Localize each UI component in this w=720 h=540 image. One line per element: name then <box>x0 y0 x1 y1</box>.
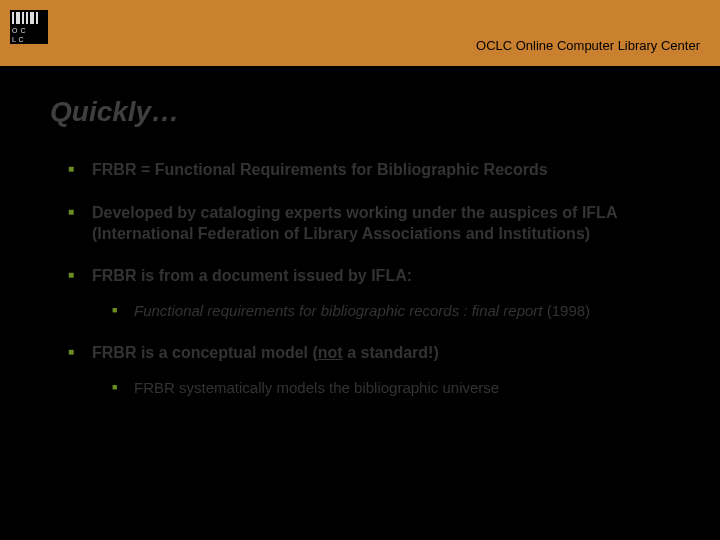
bullet-item: FRBR is from a document issued by IFLA: … <box>92 266 670 321</box>
bullet-list: FRBR = Functional Requirements for Bibli… <box>50 160 670 398</box>
slide-content: Quickly… FRBR = Functional Requirements … <box>0 66 720 398</box>
bullet-text-underline: not <box>318 344 343 361</box>
oclc-logo: O C L C <box>10 10 48 44</box>
sub-bullet-italic: Functional requirements for bibliographi… <box>134 302 543 319</box>
logo-line2: L C <box>12 35 46 44</box>
sub-bullet-item: FRBR systematically models the bibliogra… <box>134 378 670 398</box>
sub-bullet-text: FRBR systematically models the bibliogra… <box>134 379 499 396</box>
bullet-text-pre: FRBR is a conceptual model ( <box>92 344 318 361</box>
bullet-item: FRBR is a conceptual model (not a standa… <box>92 343 670 398</box>
bullet-text: Developed by cataloging experts working … <box>92 204 617 242</box>
bullet-text: FRBR is from a document issued by IFLA: <box>92 267 412 284</box>
slide-title: Quickly… <box>50 96 670 128</box>
header-bar: O C L C OCLC Online Computer Library Cen… <box>0 0 720 66</box>
bullet-item: FRBR = Functional Requirements for Bibli… <box>92 160 670 181</box>
sub-bullet-item: Functional requirements for bibliographi… <box>134 301 670 321</box>
bullet-text-post: a standard!) <box>343 344 439 361</box>
sub-bullet-list: Functional requirements for bibliographi… <box>92 301 670 321</box>
logo-line1: O C <box>12 26 46 35</box>
logo-text: O C L C <box>10 26 48 44</box>
sub-bullet-rest: (1998) <box>543 302 591 319</box>
bullet-text: FRBR = Functional Requirements for Bibli… <box>92 161 548 178</box>
sub-bullet-list: FRBR systematically models the bibliogra… <box>92 378 670 398</box>
bullet-item: Developed by cataloging experts working … <box>92 203 670 245</box>
logo-barcode-icon <box>10 10 48 26</box>
org-name: OCLC Online Computer Library Center <box>476 38 700 53</box>
